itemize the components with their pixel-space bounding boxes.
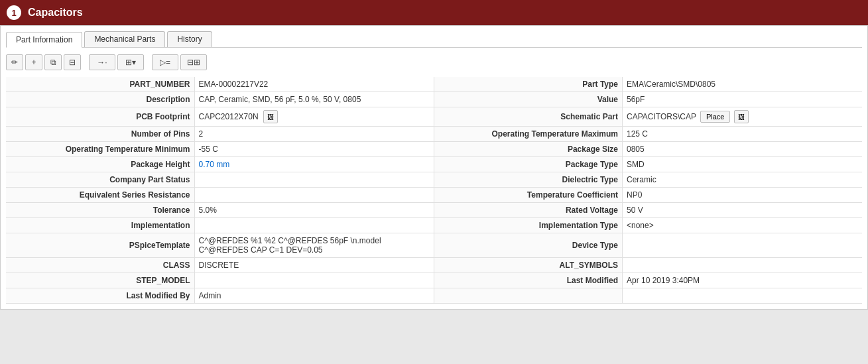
label-package-height: Package Height	[6, 157, 194, 172]
add-button[interactable]: +	[25, 54, 42, 70]
value-dielectric-type: Ceramic	[623, 172, 863, 188]
value-part-number: EMA-00002217V22	[194, 77, 434, 92]
label-op-temp-min: Operating Temperature Minimum	[6, 142, 194, 157]
table-row: Tolerance 5.0% Rated Voltage 50 V	[6, 203, 862, 218]
value-device-type	[623, 233, 863, 258]
value-value: 56pF	[623, 92, 863, 107]
value-implementation-type: <none>	[623, 218, 863, 233]
table-row: STEP_MODEL Last Modified Apr 10 2019 3:4…	[6, 273, 862, 288]
tab-history[interactable]: History	[167, 31, 212, 47]
value-package-size: 0805	[623, 142, 863, 157]
label-alt-symbols: ALT_SYMBOLS	[434, 258, 622, 273]
data-table: PART_NUMBER EMA-00002217V22 Part Type EM…	[6, 77, 862, 304]
label-temp-coeff: Temperature Coefficient	[434, 188, 622, 203]
label-step-model: STEP_MODEL	[6, 273, 194, 288]
value-package-type: SMD	[623, 157, 863, 172]
tab-part-information[interactable]: Part Information	[6, 32, 82, 48]
window-title: Capacitors	[28, 7, 83, 19]
label-device-type: Device Type	[434, 233, 622, 258]
value-last-modified-by: Admin	[194, 288, 434, 304]
edit-button[interactable]: ✏	[6, 54, 23, 70]
table-row: PSpiceTemplate C^@REFDES %1 %2 C^@REFDES…	[6, 233, 862, 258]
label-package-type: Package Type	[434, 157, 622, 172]
value-rated-voltage: 50 V	[623, 203, 863, 218]
app-window: 1 Capacitors Part Information Mechanical…	[0, 0, 868, 364]
table-row: Number of Pins 2 Operating Temperature M…	[6, 127, 862, 142]
table-row: Package Height 0.70 mm Package Type SMD	[6, 157, 862, 172]
value-step-model	[194, 273, 434, 288]
label-value: Value	[434, 92, 622, 107]
value-empty-right	[623, 288, 863, 304]
label-part-type: Part Type	[434, 77, 622, 92]
table-row: Implementation Implementation Type <none…	[6, 218, 862, 233]
value-op-temp-min: -55 C	[194, 142, 434, 157]
label-implementation-type: Implementation Type	[434, 218, 622, 233]
minus-box-button[interactable]: ⊟⊞	[180, 54, 207, 70]
window-number: 1	[7, 5, 21, 20]
value-company-part-status	[194, 172, 434, 188]
value-package-height: 0.70 mm	[194, 157, 434, 172]
value-schematic-part: CAPACITORS\CAP Place 🖼	[623, 107, 863, 127]
label-implementation: Implementation	[6, 218, 194, 233]
table-row: CLASS DISCRETE ALT_SYMBOLS	[6, 258, 862, 273]
label-rated-voltage: Rated Voltage	[434, 203, 622, 218]
arrow-dot-button[interactable]: →·	[89, 54, 115, 70]
copy-button[interactable]: ⧉	[44, 54, 62, 70]
label-esr: Equivalent Series Resistance	[6, 188, 194, 203]
label-last-modified: Last Modified	[434, 273, 622, 288]
value-op-temp-max: 125 C	[623, 127, 863, 142]
label-company-part-status: Company Part Status	[6, 172, 194, 188]
label-dielectric-type: Dielectric Type	[434, 172, 622, 188]
table-row: Company Part Status Dielectric Type Cera…	[6, 172, 862, 188]
toolbar: ✏ + ⧉ ⊟ →· ⊞▾ ▷= ⊟⊞	[6, 53, 862, 72]
table-row: Description CAP, Ceramic, SMD, 56 pF, 5.…	[6, 92, 862, 107]
value-num-pins: 2	[194, 127, 434, 142]
label-last-modified-by: Last Modified By	[6, 288, 194, 304]
table-row: PART_NUMBER EMA-00002217V22 Part Type EM…	[6, 77, 862, 92]
run-button[interactable]: ▷=	[152, 54, 178, 70]
value-last-modified: Apr 10 2019 3:40PM	[623, 273, 863, 288]
pcb-footprint-icon-button[interactable]: 🖼	[263, 110, 278, 123]
value-description: CAP, Ceramic, SMD, 56 pF, 5.0 %, 50 V, 0…	[194, 92, 434, 107]
value-temp-coeff: NP0	[623, 188, 863, 203]
label-pspice-template: PSpiceTemplate	[6, 233, 194, 258]
value-part-type: EMA\Ceramic\SMD\0805	[623, 77, 863, 92]
label-tolerance: Tolerance	[6, 203, 194, 218]
main-container: Part Information Mechanical Parts Histor…	[0, 25, 868, 310]
label-package-size: Package Size	[434, 142, 622, 157]
title-bar: 1 Capacitors	[0, 0, 868, 25]
label-empty-right	[434, 288, 622, 304]
table-row: PCB Footprint CAPC2012X70N 🖼 Schematic P…	[6, 107, 862, 127]
toolbar-sep2	[146, 54, 150, 70]
label-num-pins: Number of Pins	[6, 127, 194, 142]
table-row: Equivalent Series Resistance Temperature…	[6, 188, 862, 203]
label-op-temp-max: Operating Temperature Maximum	[434, 127, 622, 142]
value-implementation	[194, 218, 434, 233]
tabs-container: Part Information Mechanical Parts Histor…	[6, 31, 862, 48]
table-row: Operating Temperature Minimum -55 C Pack…	[6, 142, 862, 157]
schematic-icon-button[interactable]: 🖼	[734, 110, 749, 123]
label-pcb-footprint: PCB Footprint	[6, 107, 194, 127]
value-pcb-footprint: CAPC2012X70N 🖼	[194, 107, 434, 127]
value-class: DISCRETE	[194, 258, 434, 273]
label-description: Description	[6, 92, 194, 107]
grid-button[interactable]: ⊞▾	[117, 54, 144, 70]
value-tolerance: 5.0%	[194, 203, 434, 218]
tab-mechanical-parts[interactable]: Mechanical Parts	[84, 31, 165, 47]
place-button[interactable]: Place	[700, 111, 731, 123]
delete-button[interactable]: ⊟	[64, 54, 81, 70]
value-esr	[194, 188, 434, 203]
value-alt-symbols	[623, 258, 863, 273]
label-schematic-part: Schematic Part	[434, 107, 622, 127]
label-class: CLASS	[6, 258, 194, 273]
label-part-number: PART_NUMBER	[6, 77, 194, 92]
table-row: Last Modified By Admin	[6, 288, 862, 304]
toolbar-sep1	[83, 54, 87, 70]
value-pspice-template: C^@REFDES %1 %2 C^@REFDES 56pF \n.model …	[194, 233, 434, 258]
